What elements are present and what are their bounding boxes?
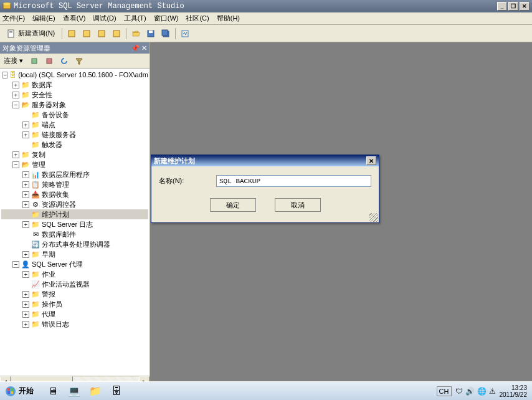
dialog-titlebar: 新建维护计划 ✕ [151, 155, 379, 166]
tree-server[interactable]: −🗄(local) (SQL Server 10.50.1600 - FOX\a… [1, 70, 148, 80]
taskbar-app-3[interactable]: 📁 [87, 384, 103, 399]
oe-refresh-icon[interactable] [58, 55, 70, 67]
collapse-icon[interactable]: − [2, 72, 7, 79]
restore-button[interactable]: ❐ [508, 2, 518, 11]
oe-filter-icon[interactable] [73, 55, 85, 67]
tray-icon-4[interactable]: ⚠ [489, 387, 496, 396]
tree-management[interactable]: −📂管理 [1, 160, 148, 169]
tree-operators[interactable]: +📁操作员 [1, 299, 148, 309]
expand-icon[interactable]: + [22, 291, 29, 298]
expand-icon[interactable]: + [12, 82, 19, 88]
tree-alerts[interactable]: +📁警报 [1, 289, 148, 299]
toolbar-icon-4[interactable] [110, 27, 123, 40]
expand-icon[interactable]: + [22, 251, 29, 258]
tree-linked-servers[interactable]: +📁链接服务器 [1, 130, 148, 140]
tray-icon-2[interactable]: 🔊 [465, 387, 475, 396]
object-tree[interactable]: −🗄(local) (SQL Server 10.50.1600 - FOX\a… [0, 69, 150, 376]
expand-icon[interactable]: + [22, 201, 29, 208]
tree-endpoints[interactable]: +📁端点 [1, 120, 148, 130]
menu-tools[interactable]: 工具(T) [124, 14, 146, 23]
tree-resource-governor[interactable]: +⚙资源调控器 [1, 199, 148, 209]
tray-icon-3[interactable]: 🌐 [477, 387, 487, 396]
menu-edit[interactable]: 编辑(E) [32, 14, 55, 23]
expand-icon[interactable]: + [22, 121, 29, 128]
toolbar-icon-3[interactable] [95, 27, 108, 40]
folder-icon: 📁 [31, 130, 40, 139]
folder-icon: 📁 [21, 90, 30, 99]
menu-window[interactable]: 窗口(W) [154, 14, 179, 23]
collapse-icon[interactable]: − [12, 261, 19, 268]
menu-help[interactable]: 帮助(H) [217, 14, 240, 23]
menu-file[interactable]: 文件(F) [2, 14, 25, 23]
expand-icon[interactable]: + [22, 271, 29, 278]
tree-error-logs[interactable]: +📁错误日志 [1, 319, 148, 329]
system-tray: CH 🛡 🔊 🌐 ⚠ 13:23 2011/9/22 [434, 384, 530, 398]
expand-icon[interactable]: + [22, 301, 29, 308]
tree-data-collection[interactable]: +📥数据收集 [1, 189, 148, 199]
minimize-button[interactable]: _ [497, 2, 507, 11]
expand-icon[interactable]: + [22, 221, 29, 228]
taskbar-clock[interactable]: 13:23 2011/9/22 [500, 384, 528, 398]
taskbar-app-4[interactable]: 🗄 [108, 384, 125, 399]
tree-legacy[interactable]: +📁早期 [1, 249, 148, 259]
tree-sql-logs[interactable]: +📁SQL Server 日志 [1, 219, 148, 229]
oe-icon-1[interactable] [28, 55, 40, 67]
name-input[interactable] [216, 175, 371, 187]
tree-policy[interactable]: +📋策略管理 [1, 179, 148, 189]
tree-db-mail[interactable]: ✉数据库邮件 [1, 229, 148, 239]
menu-view[interactable]: 查看(V) [63, 14, 86, 23]
collapse-icon[interactable]: − [12, 161, 19, 168]
tree-dtc[interactable]: 🔄分布式事务处理协调器 [1, 239, 148, 249]
tree-maintenance-plans[interactable]: 📁维护计划 [1, 209, 148, 219]
folder-icon: 📁 [31, 140, 40, 149]
new-query-label: 新建查询(N) [18, 29, 55, 38]
clock-date: 2011/9/22 [500, 391, 528, 398]
expand-icon[interactable]: + [22, 181, 29, 188]
tree-data-tier[interactable]: +📊数据层应用程序 [1, 169, 148, 179]
new-query-button[interactable]: 新建查询(N) [2, 27, 59, 40]
tree-server-objects[interactable]: −📂服务器对象 [1, 100, 148, 110]
tree-replication[interactable]: +📁复制 [1, 150, 148, 160]
tray-icon-1[interactable]: 🛡 [455, 387, 463, 396]
folder-icon: 📁 [31, 270, 40, 279]
start-button[interactable]: 开始 [2, 384, 39, 398]
expand-icon[interactable]: + [22, 131, 29, 138]
resize-grip[interactable] [369, 213, 378, 222]
tree-triggers[interactable]: 📁触发器 [1, 140, 148, 150]
toolbar-activity-icon[interactable] [178, 27, 192, 40]
collapse-icon[interactable]: − [12, 102, 19, 108]
tree-jobs[interactable]: +📁作业 [1, 269, 148, 279]
svg-rect-20 [11, 391, 13, 394]
expand-icon[interactable]: + [22, 311, 29, 318]
toolbar-saveall-icon[interactable] [159, 27, 173, 40]
ok-button[interactable]: 确定 [210, 198, 256, 212]
expand-icon[interactable]: + [22, 171, 29, 178]
toolbar-icon-2[interactable] [80, 27, 93, 40]
taskbar-app-2[interactable]: 💻 [66, 384, 82, 399]
pin-icon[interactable]: 📌 ✕ [131, 44, 147, 52]
toolbar-icon-1[interactable] [65, 27, 78, 40]
tree-databases[interactable]: +📁数据库 [1, 80, 148, 90]
close-button[interactable]: ✕ [520, 2, 530, 11]
menu-community[interactable]: 社区(C) [186, 14, 209, 23]
expand-icon[interactable]: + [12, 151, 19, 158]
tree-agent[interactable]: −👤SQL Server 代理 [1, 259, 148, 269]
tree-security[interactable]: +📁安全性 [1, 90, 148, 100]
cancel-button[interactable]: 取消 [275, 198, 321, 212]
svg-rect-18 [11, 388, 13, 391]
expand-icon[interactable]: + [22, 321, 29, 328]
oe-icon-2[interactable] [43, 55, 55, 67]
tree-proxies[interactable]: +📁代理 [1, 309, 148, 319]
dialog-close-button[interactable]: ✕ [366, 156, 376, 165]
connect-dropdown[interactable]: 连接 ▾ [1, 56, 26, 65]
tree-activity[interactable]: 📈作业活动监视器 [1, 279, 148, 289]
toolbar-save-icon[interactable] [144, 27, 158, 40]
object-explorer-toolbar: 连接 ▾ [0, 54, 150, 69]
ime-indicator[interactable]: CH [437, 386, 452, 396]
tree-backup-devices[interactable]: 📁备份设备 [1, 110, 148, 120]
expand-icon[interactable]: + [22, 191, 29, 198]
taskbar-app-1[interactable]: 🖥 [45, 384, 61, 399]
menu-debug[interactable]: 调试(D) [93, 14, 116, 23]
toolbar-open-icon[interactable] [129, 27, 143, 40]
expand-icon[interactable]: + [12, 92, 19, 98]
